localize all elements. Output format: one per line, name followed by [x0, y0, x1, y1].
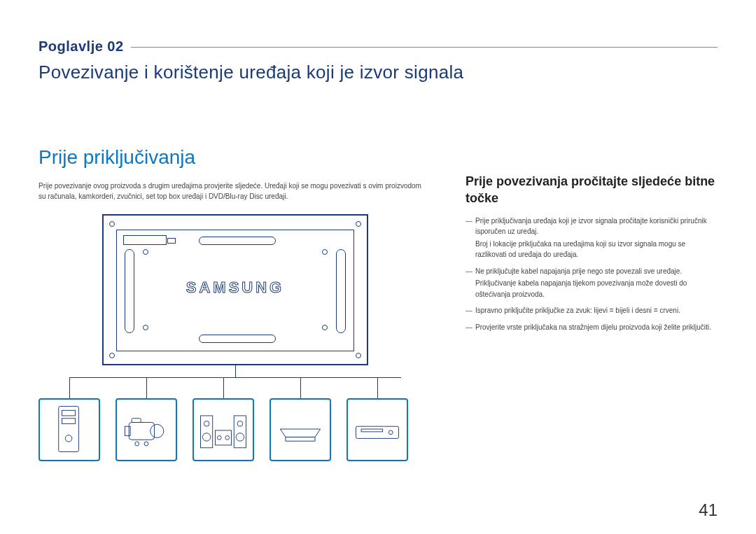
bullet-list: Prije priključivanja uređaja koji je izv… [465, 216, 718, 333]
svg-rect-6 [125, 426, 130, 435]
svg-point-8 [135, 442, 139, 446]
svg-rect-19 [286, 437, 315, 442]
right-heading: Prije povezivanja pročitajte sljedeće bi… [465, 173, 718, 207]
section-title: Prije priključivanja [38, 146, 718, 169]
device-row [38, 398, 432, 461]
svg-rect-1 [62, 410, 76, 416]
device-settopbox-icon [270, 398, 331, 461]
device-camcorder-icon [115, 398, 177, 461]
page: Poglavlje 02 Povezivanje i korištenje ur… [0, 0, 756, 534]
bullet-text: Prije priključivanja uređaja koji je izv… [475, 217, 707, 236]
content-columns: Prije povezivanje ovog proizvoda s drugi… [38, 181, 718, 461]
bullet-item: Provjerite vrste priključaka na stražnje… [465, 322, 718, 333]
svg-point-22 [388, 430, 393, 435]
svg-point-18 [225, 436, 230, 440]
left-column: Prije povezivanje ovog proizvoda s drugi… [38, 181, 432, 461]
svg-rect-11 [234, 416, 246, 448]
svg-point-14 [237, 421, 243, 427]
svg-point-17 [217, 436, 221, 440]
svg-point-9 [144, 442, 148, 446]
svg-point-5 [150, 424, 164, 437]
device-dvd-icon [346, 398, 408, 461]
page-number: 41 [699, 500, 718, 520]
connection-tree [38, 365, 432, 398]
bullet-item: Ispravno priključite priključke za zvuk:… [465, 305, 718, 316]
svg-rect-10 [201, 416, 213, 448]
chapter-rule [131, 47, 718, 48]
svg-rect-21 [361, 429, 383, 432]
device-pc-icon [38, 398, 100, 461]
svg-point-12 [204, 421, 209, 427]
bullet-item: Prije priključivanja uređaja koji je izv… [465, 216, 718, 260]
intro-text: Prije povezivanje ovog proizvoda s drugi… [38, 181, 430, 202]
svg-point-3 [65, 435, 72, 442]
chapter-header: Poglavlje 02 [38, 38, 718, 55]
svg-point-15 [236, 433, 244, 441]
chapter-title: Povezivanje i korištenje uređaja koji je… [38, 62, 718, 83]
bullet-text: Provjerite vrste priključaka na stražnje… [475, 323, 711, 331]
bullet-subtext: Broj i lokacije priključaka na uređajima… [475, 239, 718, 260]
bullet-item: Ne priključujte kabel napajanja prije ne… [465, 266, 718, 300]
brand-logo: SAMSUNG [104, 279, 367, 297]
right-column: Prije povezivanja pročitajte sljedeće bi… [465, 181, 718, 461]
bullet-text: Ispravno priključite priključke za zvuk:… [475, 307, 680, 314]
bullet-subtext: Priključivanje kabela napajanja tijekom … [475, 278, 718, 300]
bullet-text: Ne priključujte kabel napajanja prije ne… [475, 267, 682, 275]
svg-rect-2 [62, 419, 76, 424]
connection-diagram: SAMSUNG [38, 214, 432, 461]
chapter-label: Poglavlje 02 [38, 38, 124, 55]
svg-point-13 [202, 433, 210, 441]
device-speakers-icon [192, 398, 254, 461]
monitor-back-illustration: SAMSUNG [102, 214, 368, 365]
svg-rect-16 [216, 430, 232, 445]
svg-rect-20 [356, 426, 398, 438]
svg-rect-7 [132, 419, 141, 423]
